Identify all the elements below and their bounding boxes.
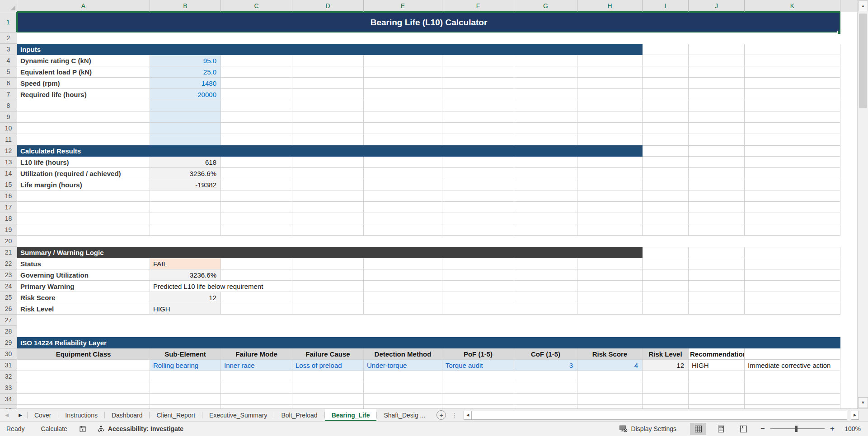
cell-J10[interactable] bbox=[689, 123, 745, 134]
cell-E8[interactable] bbox=[364, 100, 442, 111]
cell-K15[interactable] bbox=[745, 179, 840, 190]
cell-G17[interactable] bbox=[514, 202, 577, 213]
cell-I3[interactable] bbox=[643, 44, 689, 55]
cell-G13[interactable] bbox=[514, 157, 577, 168]
cell-G9[interactable] bbox=[514, 111, 577, 123]
tab-overflow-icon[interactable]: ⋮ bbox=[451, 412, 457, 418]
cell-G6[interactable] bbox=[514, 78, 577, 89]
cell-C23[interactable] bbox=[221, 269, 292, 281]
cell-C6[interactable] bbox=[221, 78, 292, 89]
cell-K14[interactable] bbox=[745, 168, 840, 179]
cell-G25[interactable] bbox=[514, 292, 577, 303]
cell-G11[interactable] bbox=[514, 134, 577, 145]
cell-D26[interactable] bbox=[292, 303, 364, 315]
row-header-26[interactable]: 26 bbox=[0, 303, 17, 315]
cell-J16[interactable] bbox=[689, 190, 745, 202]
cell-I8[interactable] bbox=[643, 100, 689, 111]
cell-K4[interactable] bbox=[745, 55, 840, 66]
row-header-11[interactable]: 11 bbox=[0, 134, 17, 145]
cell-H34[interactable] bbox=[577, 394, 643, 405]
row-header-13[interactable]: 13 bbox=[0, 157, 17, 168]
row-header-34[interactable]: 34 bbox=[0, 394, 17, 405]
cell-H25[interactable] bbox=[577, 292, 643, 303]
iso-header-D[interactable]: Failure Cause bbox=[292, 348, 364, 360]
cell-K26[interactable] bbox=[745, 303, 840, 315]
cell-J34[interactable] bbox=[689, 394, 745, 405]
cell-H26[interactable] bbox=[577, 303, 643, 315]
cell-F26[interactable] bbox=[442, 303, 514, 315]
cell-H33[interactable] bbox=[577, 382, 643, 394]
cell-K7[interactable] bbox=[745, 89, 840, 100]
cell-E23[interactable] bbox=[364, 269, 442, 281]
row-header-32[interactable]: 32 bbox=[0, 371, 17, 382]
row-header-24[interactable]: 24 bbox=[0, 281, 17, 292]
column-header-D[interactable]: D bbox=[292, 0, 364, 12]
cell-F34[interactable] bbox=[442, 394, 514, 405]
cell-H4[interactable] bbox=[577, 55, 643, 66]
zoom-level[interactable]: 100% bbox=[842, 425, 861, 432]
cell-G33[interactable] bbox=[514, 382, 577, 394]
row-header-15[interactable]: 15 bbox=[0, 179, 17, 190]
row-header-8[interactable]: 8 bbox=[0, 100, 17, 111]
cell-B32[interactable] bbox=[150, 371, 221, 382]
row-header-23[interactable]: 23 bbox=[0, 269, 17, 281]
cell-I31[interactable]: 12 bbox=[643, 360, 689, 371]
cell-D31[interactable]: Loss of preload bbox=[292, 360, 364, 371]
iso-header-C[interactable]: Failure Mode bbox=[221, 348, 292, 360]
cell-C5[interactable] bbox=[221, 66, 292, 78]
hscroll-right-icon[interactable]: ▶ bbox=[851, 411, 859, 420]
cell-F4[interactable] bbox=[442, 55, 514, 66]
cell-I11[interactable] bbox=[643, 134, 689, 145]
cell-K34[interactable] bbox=[745, 394, 840, 405]
cell-K16[interactable] bbox=[745, 190, 840, 202]
column-header-I[interactable]: I bbox=[643, 0, 689, 12]
row-header-22[interactable]: 22 bbox=[0, 258, 17, 269]
cell-F24[interactable] bbox=[442, 281, 514, 292]
cell-G7[interactable] bbox=[514, 89, 577, 100]
iso-header-F[interactable]: PoF (1-5) bbox=[442, 348, 514, 360]
cell-E9[interactable] bbox=[364, 111, 442, 123]
cell-I7[interactable] bbox=[643, 89, 689, 100]
cell-I22[interactable] bbox=[643, 258, 689, 269]
cell-E14[interactable] bbox=[364, 168, 442, 179]
cell-E4[interactable] bbox=[364, 55, 442, 66]
cell-D4[interactable] bbox=[292, 55, 364, 66]
cell-H32[interactable] bbox=[577, 371, 643, 382]
cell-F9[interactable] bbox=[442, 111, 514, 123]
section-header-summary[interactable]: Summary / Warning Logic bbox=[17, 247, 643, 258]
cell-B24[interactable]: Predicted L10 life below requirement bbox=[150, 281, 292, 292]
sheet-tab-instructions[interactable]: Instructions bbox=[58, 409, 104, 421]
cell-I34[interactable] bbox=[643, 394, 689, 405]
cell-G31[interactable]: 3 bbox=[514, 360, 577, 371]
cell-F18[interactable] bbox=[442, 213, 514, 224]
cell-H14[interactable] bbox=[577, 168, 643, 179]
cell-J21[interactable] bbox=[689, 247, 745, 258]
sheet-tab-shaft-desig[interactable]: Shaft_Desig ... bbox=[377, 409, 432, 421]
cell-B25[interactable]: 12 bbox=[150, 292, 221, 303]
cell-I32[interactable] bbox=[643, 371, 689, 382]
cell-A24[interactable]: Primary Warning bbox=[17, 281, 150, 292]
cell-K23[interactable] bbox=[745, 269, 840, 281]
cell-F23[interactable] bbox=[442, 269, 514, 281]
cell-G10[interactable] bbox=[514, 123, 577, 134]
cell-J26[interactable] bbox=[689, 303, 745, 315]
cell-I10[interactable] bbox=[643, 123, 689, 134]
cell-C34[interactable] bbox=[221, 394, 292, 405]
cell-J13[interactable] bbox=[689, 157, 745, 168]
row-header-5[interactable]: 5 bbox=[0, 66, 17, 78]
cell-J33[interactable] bbox=[689, 382, 745, 394]
row-header-21[interactable]: 21 bbox=[0, 247, 17, 258]
section-header-iso[interactable]: ISO 14224 Reliability Layer bbox=[17, 337, 840, 348]
cell-D34[interactable] bbox=[292, 394, 364, 405]
cell-J6[interactable] bbox=[689, 78, 745, 89]
cell-C10[interactable] bbox=[221, 123, 292, 134]
sheet-tab-executive-summary[interactable]: Executive_Summary bbox=[202, 409, 274, 421]
row-header-4[interactable]: 4 bbox=[0, 55, 17, 66]
cell-J17[interactable] bbox=[689, 202, 745, 213]
zoom-slider[interactable]: − + bbox=[760, 424, 835, 433]
calculate-status[interactable]: Calculate bbox=[41, 425, 67, 432]
cell-I5[interactable] bbox=[643, 66, 689, 78]
cell-C4[interactable] bbox=[221, 55, 292, 66]
cell-I18[interactable] bbox=[643, 213, 689, 224]
row-header-31[interactable]: 31 bbox=[0, 360, 17, 371]
